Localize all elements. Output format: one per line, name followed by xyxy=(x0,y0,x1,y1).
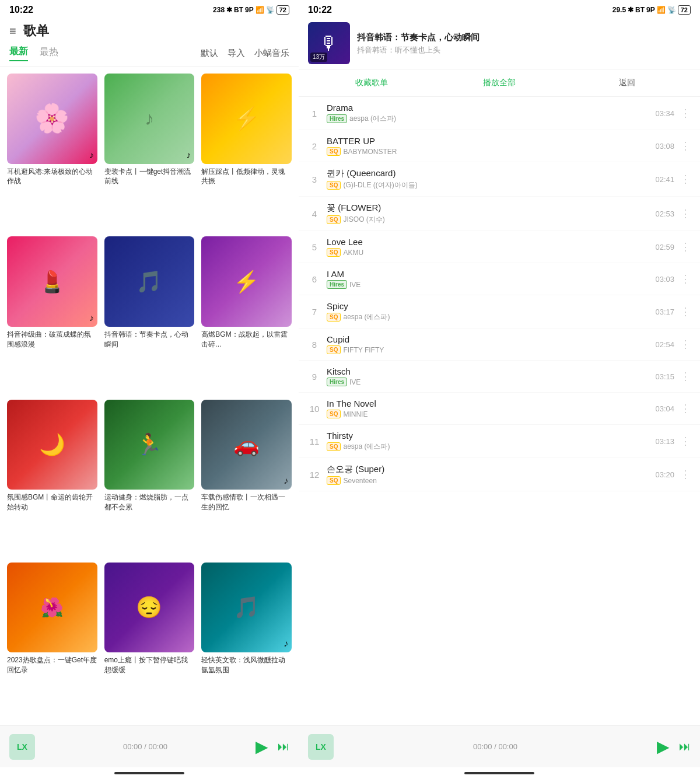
table-row[interactable]: 11 Thirsty SQ aespa (에스파) 03:13 ⋮ xyxy=(299,425,700,458)
table-row[interactable]: 7 Spicy SQ aespa (에스파) 03:17 ⋮ xyxy=(299,295,700,329)
more-icon[interactable]: ⋮ xyxy=(680,402,691,415)
song-artist: aespa (에스파) xyxy=(349,114,396,124)
right-header: 🎙 13万 抖音韩语：节奏卡点，心动瞬间 抖音韩语：听不懂也上头 xyxy=(299,18,700,69)
list-item[interactable]: 🚗 ♪ 车载伤感情歌丨一次相遇一生的回忆 xyxy=(201,400,292,556)
table-row[interactable]: 3 퀸카 (Queencard) SQ (G)I-DLE ((여자)아이들) 0… xyxy=(299,162,700,197)
right-home-bar xyxy=(464,772,534,774)
list-item[interactable]: 😔 emo上瘾丨按下暂停键吧我想缓缓 xyxy=(104,563,195,718)
more-icon[interactable]: ⋮ xyxy=(680,435,691,448)
playlist-thumb-1: 🌸 ♪ xyxy=(7,74,97,164)
quality-badge: SQ xyxy=(327,345,341,354)
quality-badge: SQ xyxy=(327,248,341,257)
table-row[interactable]: 4 꽃 (FLOWER) SQ JISOO (지수) 02:53 ⋮ xyxy=(299,197,700,231)
list-item[interactable]: 🌙 氛围感BGM丨命运的齿轮开始转动 xyxy=(7,400,97,556)
menu-icon[interactable]: ≡ xyxy=(9,25,16,38)
song-artist: aespa (에스파) xyxy=(343,442,390,452)
more-icon[interactable]: ⋮ xyxy=(680,173,691,186)
table-row[interactable]: 9 Kitsch Hires IVE 03:15 ⋮ xyxy=(299,361,700,393)
song-number: 11 xyxy=(308,436,321,446)
action-xiaoyu[interactable]: 小蜗音乐 xyxy=(254,48,289,59)
action-default[interactable]: 默认 xyxy=(201,48,218,59)
playlist-title-9: 车载伤感情歌丨一次相遇一生的回忆 xyxy=(201,492,292,512)
song-name: Thirsty xyxy=(327,431,649,441)
quality-badge: SQ xyxy=(327,181,341,190)
playlist-thumb-4: 💄 ♪ xyxy=(7,236,97,327)
playlist-title-12: 轻快英文歌：浅风微醺拉动氤氲氛围 xyxy=(201,655,292,675)
song-info: BATTER UP SQ BABYMONSTER xyxy=(327,136,649,156)
list-item[interactable]: 💄 ♪ 抖音神级曲：破茧成蝶的氛围感浪漫 xyxy=(7,236,97,392)
table-row[interactable]: 2 BATTER UP SQ BABYMONSTER 03:08 ⋮ xyxy=(299,130,700,162)
song-duration: 02:53 xyxy=(655,209,674,218)
playall-button[interactable]: 播放全部 xyxy=(436,74,564,92)
more-icon[interactable]: ⋮ xyxy=(680,468,691,481)
song-duration: 02:54 xyxy=(655,340,674,349)
playlist-thumb-3: ⚡ xyxy=(201,74,292,164)
song-list: 1 Drama Hires aespa (에스파) 03:34 ⋮ 2 BATT… xyxy=(299,97,700,725)
tab-hottest[interactable]: 最热 xyxy=(40,46,58,61)
action-import[interactable]: 导入 xyxy=(228,48,245,59)
song-duration: 03:20 xyxy=(655,470,674,479)
song-info: I AM Hires IVE xyxy=(327,269,649,289)
more-icon[interactable]: ⋮ xyxy=(680,305,691,318)
right-player-avatar: LX xyxy=(308,734,334,760)
table-row[interactable]: 12 손오공 (Super) SQ Seventeen 03:20 ⋮ xyxy=(299,458,700,491)
back-button[interactable]: 返回 xyxy=(563,74,691,92)
playlist-title-11: emo上瘾丨按下暂停键吧我想缓缓 xyxy=(104,655,195,675)
right-playlist-title: 抖音韩语：节奏卡点，心动瞬间 xyxy=(357,31,691,43)
playlist-title-6: 高燃BGM：战歌起，以雷霆击碎... xyxy=(201,330,292,350)
song-meta: SQ BABYMONSTER xyxy=(327,147,649,156)
list-item[interactable]: 🎵 抖音韩语：节奏卡点，心动瞬间 xyxy=(104,236,195,392)
table-row[interactable]: 5 Love Lee SQ AKMU 02:59 ⋮ xyxy=(299,231,700,263)
more-icon[interactable]: ⋮ xyxy=(680,273,691,285)
playlist-grid: 🌸 ♪ 耳机避风港:来场极致的心动作战 ♪ ♪ 变装卡点丨一键get抖音潮流前线… xyxy=(0,67,299,725)
song-artist: FIFTY FIFTY xyxy=(343,346,384,354)
right-skip-button[interactable]: ⏭ xyxy=(679,740,691,753)
song-name: 꽃 (FLOWER) xyxy=(327,202,649,214)
more-icon[interactable]: ⋮ xyxy=(680,240,691,253)
table-row[interactable]: 8 Cupid SQ FIFTY FIFTY 02:54 ⋮ xyxy=(299,329,700,361)
list-item[interactable]: ⚡ 高燃BGM：战歌起，以雷霆击碎... xyxy=(201,236,292,392)
playlist-title-2: 变装卡点丨一键get抖音潮流前线 xyxy=(104,167,195,187)
list-item[interactable]: 🏃 运动健身：燃烧脂肪，一点都不会累 xyxy=(104,400,195,556)
left-play-button[interactable]: ▶ xyxy=(256,737,268,756)
playlist-thumb-9: 🚗 ♪ xyxy=(201,400,292,490)
list-item[interactable]: ⚡ 解压踩点丨低频律动，灵魂共振 xyxy=(201,74,292,229)
playlist-title-8: 运动健身：燃烧脂肪，一点都不会累 xyxy=(104,492,195,512)
left-home-bar xyxy=(114,772,184,774)
song-meta: SQ Seventeen xyxy=(327,476,649,485)
list-item[interactable]: ♪ ♪ 变装卡点丨一键get抖音潮流前线 xyxy=(104,74,195,229)
list-item[interactable]: 🌸 ♪ 耳机避风港:来场极致的心动作战 xyxy=(7,74,97,229)
playlist-title-10: 2023热歌盘点：一键Get年度回忆录 xyxy=(7,655,97,675)
left-bottom-player: LX 00:00 / 00:00 ▶ ⏭ xyxy=(0,725,299,767)
tab-actions: 默认 导入 小蜗音乐 xyxy=(201,48,289,59)
table-row[interactable]: 1 Drama Hires aespa (에스파) 03:34 ⋮ xyxy=(299,97,700,130)
song-name: I AM xyxy=(327,269,649,279)
song-number: 9 xyxy=(308,372,321,382)
tab-newest[interactable]: 最新 xyxy=(9,46,28,61)
list-item[interactable]: 🌺 2023热歌盘点：一键Get年度回忆录 xyxy=(7,563,97,718)
more-icon[interactable]: ⋮ xyxy=(680,139,691,152)
song-meta: Hires IVE xyxy=(327,378,649,386)
song-duration: 03:08 xyxy=(655,142,674,151)
song-number: 10 xyxy=(308,404,321,414)
left-skip-button[interactable]: ⏭ xyxy=(278,740,289,753)
collect-button[interactable]: 收藏歌单 xyxy=(308,74,436,92)
table-row[interactable]: 6 I AM Hires IVE 03:03 ⋮ xyxy=(299,263,700,295)
more-icon[interactable]: ⋮ xyxy=(680,338,691,351)
left-status-icons: 238 ✱ BT 9P 📶 📡 72 xyxy=(213,5,289,15)
song-info: Drama Hires aespa (에스파) xyxy=(327,103,649,124)
right-play-button[interactable]: ▶ xyxy=(657,737,670,756)
left-player-controls: ▶ ⏭ xyxy=(256,737,289,756)
table-row[interactable]: 10 In The Novel SQ MINNIE 03:04 ⋮ xyxy=(299,393,700,425)
song-info: 손오공 (Super) SQ Seventeen xyxy=(327,464,649,485)
left-home-indicator xyxy=(0,767,299,779)
more-icon[interactable]: ⋮ xyxy=(680,107,691,120)
quality-badge: SQ xyxy=(327,476,341,485)
more-icon[interactable]: ⋮ xyxy=(680,207,691,220)
more-icon[interactable]: ⋮ xyxy=(680,370,691,383)
page-title: 歌单 xyxy=(23,22,49,40)
list-item[interactable]: 🎵 ♪ 轻快英文歌：浅风微醺拉动氤氲氛围 xyxy=(201,563,292,718)
song-meta: SQ MINNIE xyxy=(327,410,649,418)
left-player-time: 00:00 / 00:00 xyxy=(42,742,249,751)
playlist-title-5: 抖音韩语：节奏卡点，心动瞬间 xyxy=(104,330,195,350)
